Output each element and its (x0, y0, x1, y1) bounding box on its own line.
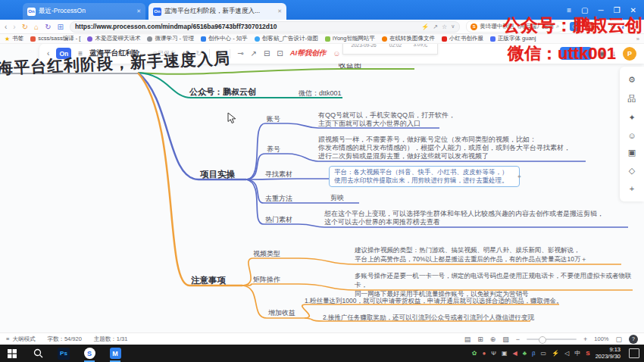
summary-icon[interactable]: ⊟ (264, 49, 270, 58)
taskbar-photoshop-icon[interactable]: Ps (56, 346, 71, 361)
action-center-icon[interactable] (629, 348, 639, 358)
browser-menu-icon[interactable]: ≡ (567, 6, 571, 14)
bookmark-star-icon[interactable]: ☆ (442, 23, 447, 30)
session-restore-icon[interactable]: ↻ (45, 23, 51, 31)
tray-icon-sogou[interactable]: S (586, 350, 589, 357)
emoji-icon[interactable]: ☺ (627, 131, 636, 140)
detail-matrix-operation[interactable]: 多账号操作还是要一机一卡一号，绑定的电话号码也是使用正规电话卡，不要使用虚拟卡或… (355, 271, 644, 298)
tray-icon-leaf[interactable]: ✿ (472, 350, 477, 357)
detail-income-1[interactable]: 1.粉丝量达到1000，就可以申请带货权益，申请开通后就可以选择合适的商品，赚取… (305, 298, 563, 304)
detail-video-type[interactable]: 建议操作视频的类型：热门游戏、搞笑视频、明星八卦、娱乐新闻、影视解说， 平台上的… (355, 245, 587, 264)
right-tool-panel: ⚙ 品 ✦ ☺ ▣ ◇ + (620, 67, 644, 201)
bookmark-item[interactable]: iYong智能网站平 (325, 35, 375, 42)
topic-count: 主题数：1/31 (94, 335, 128, 343)
chevron-down-icon[interactable]: ∨ (451, 23, 455, 30)
detail-nurture-account[interactable]: 跟视频号一样，不需要养号，做好账号定位（发布同类型的视频，比如： 你发布情感的就… (318, 136, 571, 160)
bookmark-item[interactable]: 创作中心 - 知乎 (201, 35, 248, 42)
frame-icon[interactable]: ⊡ (277, 49, 283, 58)
node-hot-material[interactable]: 热门素材 (265, 215, 292, 225)
home-icon[interactable]: ⌂ (34, 23, 39, 31)
zoom-slider-knob[interactable] (539, 336, 546, 344)
url-text[interactable]: https://www.processon.com/mindmap/6516ba… (75, 23, 417, 30)
structure-icon[interactable]: 品 (628, 93, 636, 105)
tray-icon-bluetooth[interactable]: β (532, 350, 536, 357)
node-gongzhonghao[interactable]: 公众号：鹏叔云创 (189, 86, 256, 98)
share-page-icon[interactable]: ↗ (433, 23, 438, 30)
tab-close-icon[interactable]: ✕ (132, 8, 141, 14)
bookmark-item[interactable]: scss/sass编译 - [ (30, 35, 80, 42)
window-maximize-icon[interactable]: ❐ (614, 6, 621, 14)
smile-icon[interactable]: ☺ (333, 49, 340, 58)
tray-icon-mic[interactable]: Ψ (491, 350, 496, 357)
tray-icon-wegame[interactable]: ♣ (523, 350, 527, 357)
tray-icon-battery[interactable]: ▭ (541, 350, 547, 357)
node-wechat[interactable]: 微信：dttk001 (299, 89, 342, 98)
bookmark-item[interactable]: 在线转换图像文件 (382, 35, 435, 42)
connector-icon[interactable]: ⊸ (237, 49, 243, 58)
zoom-slider[interactable] (527, 339, 577, 340)
refresh-icon[interactable]: ↻ (22, 23, 28, 31)
sparkle-icon[interactable]: ✦ (517, 173, 522, 180)
thumbnail-icon[interactable]: ▤ (464, 335, 471, 343)
flash-icon[interactable]: ⚡ (421, 23, 429, 30)
back-icon[interactable]: ‹ (5, 23, 7, 31)
zoom-level[interactable]: 100% (594, 335, 608, 342)
start-button[interactable] (5, 346, 20, 361)
tray-icon-volume[interactable]: ◁ (564, 350, 569, 357)
detail-income-2[interactable]: 2.接推广任务赚取奖励，还可以引流到公众号或者引流到个人微信进行变现 (323, 314, 534, 321)
split-screen-icon[interactable]: ⊞ (58, 23, 64, 31)
node-nurture-account[interactable]: 养号 (267, 145, 280, 154)
zoom-in-icon[interactable]: + (583, 335, 587, 343)
page-grid-icon[interactable]: ⊞ (477, 335, 483, 343)
locate-center-icon[interactable]: ⊕ (490, 335, 496, 343)
adjust-icon[interactable]: ⚙ (628, 75, 636, 85)
tray-icon-play[interactable]: ◀ (513, 350, 517, 357)
branch-notes[interactable]: 注意事项 (191, 275, 226, 286)
bookmark-item[interactable]: 创客贴_广告设计-做图 (255, 35, 318, 42)
detail-dedup-method[interactable]: 剪映 (330, 194, 344, 202)
outline-mode-button[interactable]: ≡ 大纲模式 (6, 335, 35, 343)
taskbar-sogou-browser-icon[interactable]: S (82, 346, 97, 361)
branch-project-practice[interactable]: 项目实操 (200, 169, 235, 180)
detail-account[interactable]: 有QQ号就可以，手机安装QQ后，打开软件， 主页下面就可以看大小世界的入口 (318, 111, 455, 128)
node-account[interactable]: 账号 (267, 114, 280, 124)
detail-hot-material[interactable]: 想在这个平台上变现，可以选择学生群体和年轻人比较感兴趣的内容去创作或者是搬运剪辑… (324, 210, 604, 226)
tag-icon[interactable]: ◇ (629, 166, 635, 176)
node-matrix-operation[interactable]: 矩阵操作 (253, 275, 280, 285)
tray-icon-ime[interactable]: 中 (574, 349, 580, 357)
ai-create-button[interactable]: AI帮我创作 (290, 48, 327, 58)
node-find-material[interactable]: 寻找素材 (265, 170, 292, 179)
window-minimize-icon[interactable]: ─ (599, 6, 604, 14)
detail-find-material-selected[interactable]: 平台：各大视频平台（抖音、快手、小红书、皮皮虾等等，） 使用去水印软件提取出来，… (329, 166, 520, 187)
add-icon[interactable]: + (630, 184, 634, 193)
node-dedup-method[interactable]: 去重方法 (265, 194, 292, 204)
tray-icon-dot[interactable]: ● (482, 350, 486, 357)
taskbar-search-button[interactable] (30, 346, 45, 361)
forward-icon[interactable]: › (13, 23, 15, 31)
zoom-out-icon[interactable]: − (516, 335, 520, 343)
bookmark-item[interactable]: 小红书创作服 (442, 35, 483, 42)
taskbar-clock[interactable]: 9:13 2023/9/30 (596, 347, 621, 360)
node-video-type[interactable]: 视频类型 (253, 249, 280, 259)
bookmark-item[interactable]: 木爱恋爱聊天话术 (87, 35, 140, 42)
taskbar-mindmap-app-icon[interactable]: M (108, 346, 123, 361)
clock-date: 2023/9/30 (596, 354, 621, 360)
tray-icon-network[interactable]: ⚡ (552, 350, 559, 357)
address-bar[interactable]: https://www.processon.com/mindmap/6516ba… (70, 21, 460, 33)
browser-tab-active[interactable]: On 蓝海平台红利阶段，新手速度入... ✕ (148, 3, 286, 20)
node-increase-income[interactable]: 增加收益 (268, 308, 295, 318)
tray-icon-image[interactable]: ▣ (502, 350, 508, 357)
image-icon[interactable]: ▣ (628, 148, 636, 158)
window-close-icon[interactable]: ✕ (630, 6, 636, 14)
beautify-wand-icon[interactable]: ✦ (628, 113, 635, 123)
fullscreen-icon[interactable]: ▢ (615, 335, 622, 343)
browser-tab-recent[interactable]: On 最近-ProcessOn ✕ (23, 3, 145, 20)
boss-key-icon[interactable]: ▢ (581, 6, 588, 14)
bookmarks-label[interactable]: ★ 书签 (5, 35, 23, 42)
help-button[interactable]: ? (629, 335, 638, 344)
relation-arrow-icon[interactable]: ↗ (251, 49, 257, 58)
bookmark-item[interactable]: 微课学习 - 管理 (147, 35, 194, 42)
minimap-icon[interactable]: ▨ (502, 335, 509, 343)
user-avatar[interactable]: P (623, 47, 636, 61)
tab-close-icon[interactable]: ✕ (273, 8, 282, 14)
